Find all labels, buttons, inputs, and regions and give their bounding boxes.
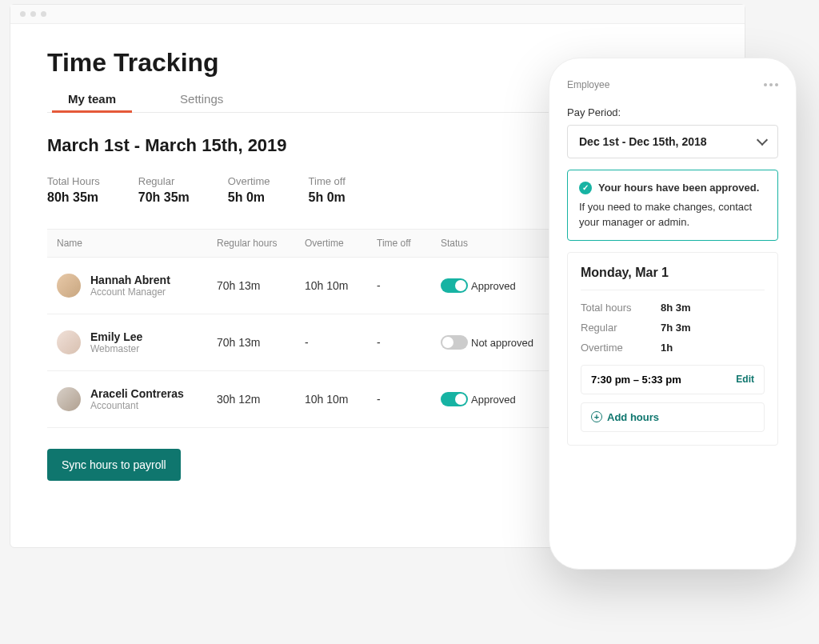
col-name: Name [57, 238, 217, 249]
cell-overtime: 10h 10m [305, 393, 377, 406]
banner-body: If you need to make changes, contact you… [579, 199, 766, 230]
col-overtime: Overtime [305, 238, 377, 249]
metric-total-hours: Total hours 8h 3m [581, 302, 765, 314]
stat-label: Regular [138, 175, 190, 187]
cell-overtime: 10h 10m [305, 279, 377, 292]
cell-timeoff: - [377, 279, 441, 292]
banner-title: ✓ Your hours have been approved. [579, 180, 766, 196]
metric-label: Overtime [581, 342, 661, 354]
day-card: Monday, Mar 1 Total hours 8h 3m Regular … [567, 252, 778, 446]
tab-my-team[interactable]: My team [57, 92, 127, 112]
metric-value: 7h 3m [661, 322, 691, 334]
stat-regular: Regular 70h 35m [138, 175, 190, 205]
employee-name: Araceli Contreras [90, 387, 184, 400]
approval-toggle[interactable] [441, 335, 468, 350]
chevron-down-icon [757, 134, 768, 146]
metric-label: Regular [581, 322, 661, 334]
stat-timeoff: Time off 5h 0m [309, 175, 346, 205]
time-range: 7:30 pm – 5:33 pm [591, 374, 681, 386]
stat-overtime: Overtime 5h 0m [228, 175, 270, 205]
window-titlebar [10, 5, 745, 24]
metric-overtime: Overtime 1h [581, 342, 765, 354]
cell-regular: 30h 12m [217, 393, 305, 406]
window-control-dot [41, 11, 46, 17]
metric-value: 1h [661, 342, 673, 354]
stat-total-hours: Total Hours 80h 35m [47, 175, 100, 205]
more-icon[interactable] [764, 83, 778, 86]
cell-timeoff: - [377, 393, 441, 406]
avatar [57, 330, 81, 354]
stat-label: Time off [309, 175, 346, 187]
mobile-header: Employee [567, 79, 778, 90]
banner-title-text: Your hours have been approved. [598, 180, 759, 196]
stat-value: 5h 0m [228, 190, 270, 205]
avatar [57, 274, 81, 298]
window-control-dot [30, 11, 36, 17]
add-hours-button[interactable]: + Add hours [581, 402, 765, 432]
employee-role: Webmaster [90, 343, 142, 354]
col-status: Status [441, 238, 529, 249]
metric-value: 8h 3m [661, 302, 691, 314]
time-entry: 7:30 pm – 5:33 pm Edit [581, 365, 765, 394]
sync-hours-button[interactable]: Sync hours to payroll [47, 449, 181, 481]
cell-regular: 70h 13m [217, 279, 305, 292]
tab-settings[interactable]: Settings [169, 92, 234, 112]
name-cell: Araceli Contreras Accountant [57, 387, 217, 411]
cell-regular: 70h 13m [217, 336, 305, 349]
pay-period-value: Dec 1st - Dec 15th, 2018 [579, 135, 707, 148]
metric-regular: Regular 7h 3m [581, 322, 765, 334]
window-control-dot [20, 11, 26, 17]
employee-name: Hannah Abrent [90, 274, 170, 286]
plus-circle-icon: + [591, 411, 602, 422]
pay-period-select[interactable]: Dec 1st - Dec 15th, 2018 [567, 125, 778, 158]
approval-toggle[interactable] [441, 392, 468, 406]
approval-banner: ✓ Your hours have been approved. If you … [567, 170, 778, 241]
metric-label: Total hours [581, 302, 661, 314]
stat-value: 80h 35m [47, 190, 100, 205]
day-title: Monday, Mar 1 [581, 266, 765, 290]
status-text: Not approved [465, 337, 537, 349]
cell-overtime: - [305, 336, 377, 349]
approval-toggle[interactable] [441, 278, 468, 293]
edit-link[interactable]: Edit [736, 374, 754, 385]
stat-label: Overtime [228, 175, 270, 187]
stat-value: 70h 35m [138, 190, 190, 205]
pay-period-label: Pay Period: [567, 106, 778, 118]
add-hours-label: Add hours [607, 411, 659, 423]
col-timeoff: Time off [377, 238, 441, 249]
mobile-panel: Employee Pay Period: Dec 1st - Dec 15th,… [549, 58, 797, 570]
employee-role: Account Manager [90, 286, 170, 298]
mobile-title: Employee [567, 79, 609, 90]
cell-timeoff: - [377, 336, 441, 349]
stat-value: 5h 0m [309, 190, 346, 205]
status-text: Approved [465, 394, 537, 406]
avatar [57, 387, 81, 411]
col-regular: Regular hours [217, 238, 305, 249]
name-cell: Emily Lee Webmaster [57, 330, 217, 354]
employee-name: Emily Lee [90, 330, 142, 343]
status-text: Approved [465, 280, 537, 292]
employee-role: Accountant [90, 400, 184, 411]
stat-label: Total Hours [47, 175, 100, 187]
check-icon: ✓ [579, 182, 592, 194]
name-cell: Hannah Abrent Account Manager [57, 274, 217, 298]
